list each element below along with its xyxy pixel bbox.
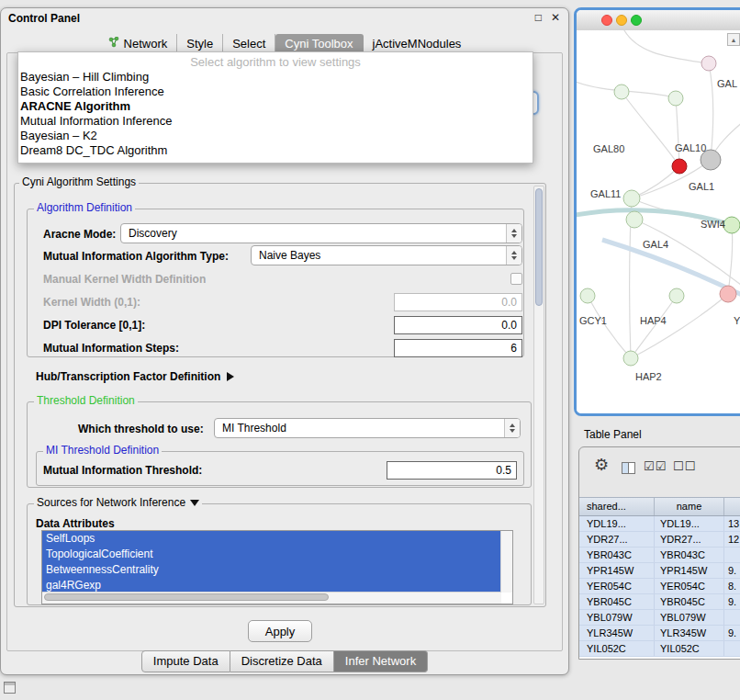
network-node-label: GAL xyxy=(717,78,737,89)
select-all-icon[interactable]: ☑☑ xyxy=(644,459,667,473)
table-cell: YER054C xyxy=(655,579,724,593)
table-row[interactable]: YIL052CYIL052C xyxy=(579,641,740,657)
network-node[interactable] xyxy=(701,56,716,71)
attribute-list-item[interactable]: gal4RGexp xyxy=(42,578,501,593)
table-cell: YBL079W xyxy=(655,610,724,625)
control-panel-titlebar[interactable]: Control Panel □ ✕ xyxy=(1,8,568,28)
table-cell: YLR345W xyxy=(579,626,655,640)
network-node[interactable] xyxy=(580,288,595,303)
dpi-tolerance-input[interactable]: 0.0 xyxy=(394,316,522,334)
network-node[interactable] xyxy=(614,85,629,99)
network-node-label: GCY1 xyxy=(579,315,607,326)
table-cell: YDR27... xyxy=(655,532,724,547)
hub-definition-toggle[interactable]: Hub/Transcription Factor Definition xyxy=(36,370,234,383)
network-edge[interactable] xyxy=(588,296,631,358)
network-edge[interactable] xyxy=(728,225,733,294)
table-row[interactable]: YPR145WYPR145W9. xyxy=(579,563,740,579)
settings-scrollbar[interactable] xyxy=(533,186,544,604)
table-cell: YDR27... xyxy=(579,532,655,547)
table-panel-window: ⚙ ☑☑ ☐☐ shared... name YDL19...YDL19...1… xyxy=(578,446,740,660)
table-cell: YIL052C xyxy=(655,641,724,656)
network-edge[interactable] xyxy=(631,296,677,358)
algorithm-option[interactable]: Bayesian – Hill Climbing xyxy=(18,70,533,85)
table-cell: 8. xyxy=(724,579,740,593)
attribute-list-item[interactable]: SelfLoops xyxy=(42,531,501,547)
network-canvas[interactable]: GALGAL80GAL10GAL11GAL1SWI4GAL4GCY1HAP4YH… xyxy=(577,30,740,413)
network-window-titlebar[interactable] xyxy=(577,10,740,31)
table-row[interactable]: YDL19...YDL19...13 xyxy=(579,516,740,532)
network-node[interactable] xyxy=(623,351,638,366)
mi-steps-input[interactable]: 6 xyxy=(394,339,522,357)
bottom-tab-infer-network[interactable]: Infer Network xyxy=(334,650,428,672)
network-edge[interactable] xyxy=(709,63,713,160)
algorithm-option[interactable]: Basic Correlation Inference xyxy=(18,85,533,99)
list-horizontal-scrollbar-thumb[interactable] xyxy=(44,593,329,601)
network-node[interactable] xyxy=(668,91,683,106)
network-node[interactable] xyxy=(723,217,740,233)
table-cell: YBR043C xyxy=(655,548,724,562)
network-scrollbar-up-button[interactable]: ▲ xyxy=(727,33,740,46)
table-row[interactable]: YER054CYER054C8. xyxy=(579,579,740,594)
table-cell: 9. xyxy=(724,594,740,609)
column-header-shared-name[interactable]: shared... xyxy=(579,498,655,515)
gear-icon[interactable]: ⚙ xyxy=(594,457,609,473)
minimize-traffic-light-button[interactable] xyxy=(616,15,627,26)
data-attributes-list[interactable]: SelfLoopsTopologicalCoefficientBetweenne… xyxy=(41,530,513,604)
settings-scrollbar-thumb[interactable] xyxy=(535,188,543,306)
bottom-tab-discretize-data[interactable]: Discretize Data xyxy=(230,650,334,672)
which-threshold-select[interactable]: MI Threshold xyxy=(214,418,521,438)
network-node[interactable] xyxy=(720,286,736,302)
attribute-list-item[interactable]: TopologicalCoefficient xyxy=(42,547,501,562)
mi-threshold-group-title: MI Threshold Definition xyxy=(43,445,162,457)
algorithm-option[interactable]: Mutual Information Inference xyxy=(18,114,533,129)
data-attributes-label: Data Attributes xyxy=(36,517,115,530)
table-cell xyxy=(724,548,740,562)
table-cell: 9. xyxy=(724,626,740,640)
mi-type-select[interactable]: Naive Bayes xyxy=(251,245,522,265)
bottom-tab-impute-data[interactable]: Impute Data xyxy=(141,650,230,672)
network-node[interactable] xyxy=(672,159,687,174)
table-row[interactable]: YBR043CYBR043C xyxy=(579,548,740,563)
sources-section-toggle[interactable]: Sources for Network Inference xyxy=(34,497,202,509)
table-row[interactable]: YDR27...YDR27...12 xyxy=(579,532,740,548)
table-row[interactable]: YLR345WYLR345W9. xyxy=(579,626,740,641)
network-node[interactable] xyxy=(669,288,684,303)
algorithm-option[interactable]: Bayesian – K2 xyxy=(18,129,533,143)
close-window-button[interactable]: ✕ xyxy=(551,11,560,24)
deselect-all-icon[interactable]: ☐☐ xyxy=(673,459,696,473)
network-node-label: GAL80 xyxy=(593,143,624,154)
network-node[interactable] xyxy=(623,190,640,207)
apply-button[interactable]: Apply xyxy=(248,620,312,642)
table-row[interactable]: YBR045CYBR045C9. xyxy=(579,594,740,610)
algorithm-option[interactable]: Dream8 DC_TDC Algorithm xyxy=(18,143,533,158)
float-window-button[interactable]: □ xyxy=(535,11,542,24)
network-view-window: ▲ GALGAL80GAL10GAL11GAL1SWI4GAL4GCY1HAP4… xyxy=(574,7,740,416)
column-header-extra[interactable] xyxy=(724,498,740,515)
aracne-mode-value: Discovery xyxy=(121,227,506,240)
aracne-mode-select[interactable]: Discovery xyxy=(120,223,522,243)
network-edge[interactable] xyxy=(622,30,709,63)
list-vertical-scrollbar[interactable] xyxy=(500,531,512,593)
network-edge[interactable] xyxy=(676,98,679,166)
mi-steps-value: 6 xyxy=(510,342,517,355)
list-horizontal-scrollbar[interactable] xyxy=(42,592,501,604)
column-selector-icon[interactable] xyxy=(622,462,635,474)
close-traffic-light-button[interactable] xyxy=(601,15,612,26)
attribute-list-item[interactable]: BetweennessCentrality xyxy=(42,562,501,578)
algorithm-option[interactable]: ARACNE Algorithm xyxy=(18,99,533,114)
table-row[interactable]: YBL079WYBL079W xyxy=(579,610,740,626)
table-cell xyxy=(724,610,740,625)
dpi-tolerance-label: DPI Tolerance [0,1]: xyxy=(43,319,145,332)
manual-kernel-checkbox[interactable] xyxy=(510,273,522,285)
network-node-label: GAL4 xyxy=(643,239,668,250)
kernel-width-input[interactable]: 0.0 xyxy=(394,293,522,311)
algorithm-popup-items: Bayesian – Hill ClimbingBasic Correlatio… xyxy=(18,70,533,158)
network-node[interactable] xyxy=(626,211,643,228)
network-edge[interactable] xyxy=(631,294,728,358)
column-header-name[interactable]: name xyxy=(655,498,724,515)
mi-threshold-input[interactable]: 0.5 xyxy=(387,461,517,480)
table-cell: 13 xyxy=(724,516,740,531)
zoom-traffic-light-button[interactable] xyxy=(631,15,642,26)
minimized-panel-icon[interactable] xyxy=(4,682,16,694)
cyni-bottom-tabs: Impute DataDiscretize DataInfer Network xyxy=(1,650,568,672)
